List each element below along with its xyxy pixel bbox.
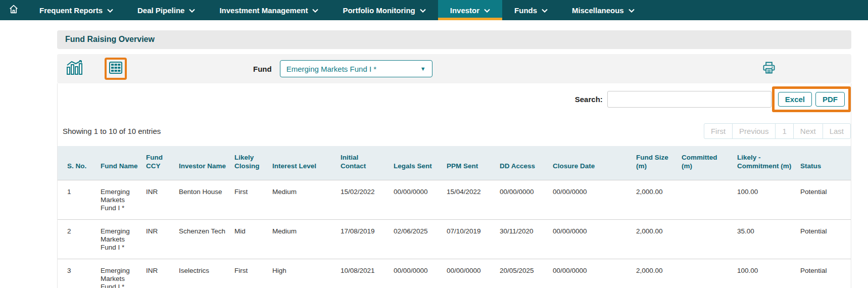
cell-dd-access: 20/05/2025 [496, 259, 549, 288]
cell-likely-closing: First [230, 259, 268, 288]
pagination-page-1[interactable]: 1 [775, 123, 793, 139]
table-row: 3 Emerging Markets Fund I * INR Iselectr… [58, 259, 851, 288]
col-header-fund-size[interactable]: Fund Size (m) [632, 146, 678, 180]
pagination-previous[interactable]: Previous [732, 123, 776, 139]
datatable-panel: Search: Excel PDF Showing 1 to 10 of 10 … [57, 83, 851, 288]
caret-down-icon: ▼ [420, 66, 426, 72]
cell-status: Potential [796, 259, 851, 288]
col-header-fund-ccy[interactable]: Fund CCY [142, 146, 175, 180]
pagination-first[interactable]: First [704, 123, 733, 139]
cell-status: Potential [796, 220, 851, 259]
export-buttons-highlighted: Excel PDF [772, 86, 851, 112]
table-view-button-highlighted[interactable] [105, 58, 127, 80]
search-label: Search: [575, 95, 603, 104]
col-header-likely-commitment[interactable]: Likely - Commitment (m) [733, 146, 796, 180]
cell-committed [678, 180, 733, 220]
col-header-likely-closing[interactable]: Likely Closing [230, 146, 268, 180]
cell-committed [678, 220, 733, 259]
nav-item-investor[interactable]: Investor [438, 0, 502, 20]
chevron-down-icon [312, 9, 318, 13]
nav-item-investment-management[interactable]: Investment Management [207, 0, 330, 20]
cell-fund-size: 2,000.00 [632, 259, 678, 288]
cell-ppm-sent: 15/04/2022 [443, 180, 496, 220]
cell-investor-name: Benton House [175, 180, 230, 220]
cell-s-no: 1 [58, 180, 97, 220]
search-row: Search: Excel PDF [58, 83, 851, 112]
cell-fund-size: 2,000.00 [632, 180, 678, 220]
table-grid-icon [109, 62, 122, 76]
table-header-row: S. No. Fund Name Fund CCY Investor Name … [58, 146, 851, 180]
pagination-last[interactable]: Last [823, 123, 851, 139]
pagination-next[interactable]: Next [793, 123, 823, 139]
cell-initial-contact: 17/08/2019 [336, 220, 390, 259]
chevron-down-icon [542, 9, 548, 13]
col-header-fund-name[interactable]: Fund Name [97, 146, 142, 180]
cell-interest-level: Medium [268, 220, 336, 259]
cell-interest-level: Medium [268, 180, 336, 220]
col-header-closure-date[interactable]: Closure Date [549, 146, 632, 180]
chevron-down-icon [420, 9, 426, 13]
cell-likely-commitment: 100.00 [733, 259, 796, 288]
excel-export-button[interactable]: Excel [778, 92, 812, 107]
cell-legals-sent: 00/00/0000 [390, 259, 443, 288]
table-info-row: Showing 1 to 10 of 10 entries First Prev… [58, 123, 851, 139]
cell-fund-ccy: INR [142, 259, 175, 288]
cell-likely-closing: First [230, 180, 268, 220]
chevron-down-icon [107, 9, 113, 13]
col-header-interest-level[interactable]: Interest Level [268, 146, 336, 180]
cell-status: Potential [796, 180, 851, 220]
cell-fund-ccy: INR [142, 180, 175, 220]
col-header-investor-name[interactable]: Investor Name [175, 146, 230, 180]
cell-likely-commitment: 100.00 [733, 180, 796, 220]
cell-dd-access: 00/00/0000 [496, 180, 549, 220]
search-input[interactable] [607, 91, 771, 108]
fund-raising-table: S. No. Fund Name Fund CCY Investor Name … [58, 146, 851, 288]
nav-item-funds[interactable]: Funds [502, 0, 560, 20]
home-button[interactable] [0, 0, 27, 20]
nav-item-miscellaneous[interactable]: Miscellaneous [560, 0, 647, 20]
col-header-s-no[interactable]: S. No. [58, 146, 97, 180]
col-header-status[interactable]: Status [796, 146, 851, 180]
table-row: 2 Emerging Markets Fund I * INR Schenzen… [58, 220, 851, 259]
col-header-initial-contact[interactable]: Initial Contact [336, 146, 390, 180]
nav-item-label: Frequent Reports [39, 6, 103, 15]
col-header-legals-sent[interactable]: Legals Sent [390, 146, 443, 180]
cell-legals-sent: 00/00/0000 [390, 180, 443, 220]
cell-legals-sent: 02/06/2025 [390, 220, 443, 259]
cell-investor-name: Iselectrics [175, 259, 230, 288]
cell-closure-date: 00/00/0000 [549, 259, 632, 288]
cell-fund-name-link[interactable]: Emerging Markets Fund I * [97, 180, 142, 220]
home-icon [8, 4, 19, 17]
col-header-ppm-sent[interactable]: PPM Sent [443, 146, 496, 180]
bar-chart-icon [66, 60, 84, 77]
cell-fund-name-link[interactable]: Emerging Markets Fund I * [97, 220, 142, 259]
table-row: 1 Emerging Markets Fund I * INR Benton H… [58, 180, 851, 220]
col-header-committed[interactable]: Committed (m) [678, 146, 733, 180]
nav-item-label: Deal Pipeline [137, 6, 184, 15]
showing-entries-text: Showing 1 to 10 of 10 entries [63, 127, 161, 135]
cell-dd-access: 30/11/2020 [496, 220, 549, 259]
chevron-down-icon [629, 9, 635, 13]
chevron-down-icon [189, 9, 195, 13]
nav-item-frequent-reports[interactable]: Frequent Reports [27, 0, 125, 20]
nav-item-label: Portfolio Monitoring [343, 6, 415, 15]
cell-likely-commitment: 35.00 [733, 220, 796, 259]
report-toolbar: Fund Emerging Markets Fund I * ▼ [57, 54, 851, 83]
cell-fund-size: 2,000.00 [632, 220, 678, 259]
pdf-export-button[interactable]: PDF [815, 92, 845, 107]
chart-view-button[interactable] [66, 60, 84, 77]
col-header-dd-access[interactable]: DD Access [496, 146, 549, 180]
nav-item-portfolio-monitoring[interactable]: Portfolio Monitoring [330, 0, 438, 20]
cell-ppm-sent: 00/00/0000 [443, 259, 496, 288]
fund-select[interactable]: Emerging Markets Fund I * ▼ [280, 60, 432, 77]
nav-item-label: Investor [450, 6, 479, 15]
print-button[interactable] [761, 61, 777, 77]
cell-fund-name-link[interactable]: Emerging Markets Fund I * [97, 259, 142, 288]
fund-select-value: Emerging Markets Fund I * [286, 65, 376, 73]
cell-s-no: 3 [58, 259, 97, 288]
nav-item-label: Funds [514, 6, 537, 15]
top-navbar: Frequent Reports Deal Pipeline Investmen… [0, 0, 868, 20]
nav-item-deal-pipeline[interactable]: Deal Pipeline [125, 0, 207, 20]
cell-initial-contact: 15/02/2022 [336, 180, 390, 220]
printer-icon [761, 61, 777, 77]
